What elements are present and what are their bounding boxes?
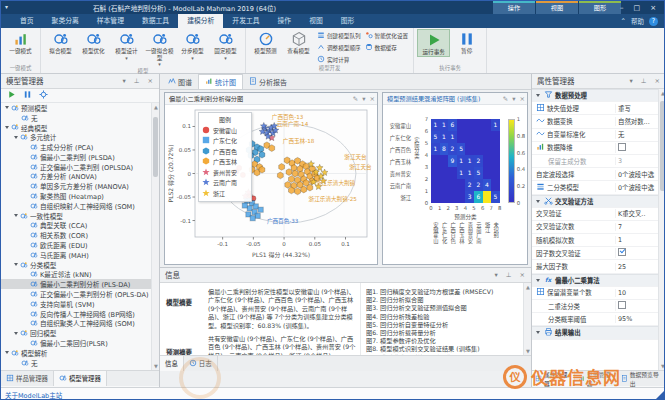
figure-link[interactable]: 图8. 模型模式识别交叉验证结果 (训练集) (366, 345, 516, 353)
scroll-down-icon[interactable]: ▼ (660, 363, 665, 369)
info-tab-日志[interactable]: 日志 (184, 356, 218, 371)
score-plot-chart[interactable]: -0.1-0.0500.050.1-0.1-0.0500.050.1PLS1 得… (165, 105, 377, 264)
figure-link[interactable]: 图4. 回归分析残差检验 (366, 313, 516, 321)
property-row-随机模拟次数[interactable]: 随机模拟次数1 (532, 234, 659, 247)
property-value[interactable]: 0个波段中选 (615, 183, 659, 192)
property-value[interactable]: 25 (615, 263, 659, 271)
section-expander-icon[interactable] (536, 331, 540, 334)
resize-grip[interactable] (655, 391, 664, 400)
ribbon-tab-8[interactable]: 图形 (332, 14, 364, 28)
property-row-数据变换[interactable]: 数据变换自然对数... (532, 115, 659, 128)
tree-item-分类模型[interactable]: 分类模型 (1, 260, 152, 270)
contextual-group-0[interactable]: 操作 (493, 1, 535, 14)
checkbox-unchecked[interactable] (618, 143, 626, 151)
tree-item-单因多元方差分析 (MANOVA)[interactable]: 单因多元方差分析 (MANOVA) (1, 181, 152, 191)
section-expander-icon[interactable] (536, 279, 540, 282)
legend-item-广西百色[interactable]: 广西百色 (202, 146, 248, 157)
ribbon-small-button-数据缓存[interactable]: 数据缓存 (365, 43, 409, 52)
tree-item-相关系数 (COR)[interactable]: 相关系数 (COR) (1, 230, 152, 240)
scroll-thumb[interactable] (660, 101, 665, 191)
legend-item-广西玉林[interactable]: 广西玉林 (202, 157, 248, 168)
help-icon[interactable]: ? (649, 17, 658, 26)
property-row-交叉验证次数[interactable]: 交叉验证次数7 (532, 221, 659, 234)
left-tab-样品管理器[interactable]: 样品管理器 (1, 371, 54, 386)
tree-item-主成分分析 (PCA)[interactable]: 主成分分析 (PCA) (1, 142, 152, 152)
tree-item-典型关联 (CCA)[interactable]: 典型关联 (CCA) (1, 221, 152, 231)
ribbon-button-分步模型[interactable]: 分步模型▾ (176, 29, 209, 61)
close-button[interactable]: × (650, 4, 656, 12)
about-link[interactable]: 关于ModelLab主站 (5, 390, 62, 400)
legend-item-浙江[interactable]: 浙江 (202, 188, 248, 199)
tree-item-偏最小二乘判别 (PLSDA)[interactable]: 偏最小二乘判别 (PLSDA) (1, 152, 152, 162)
close-icon[interactable]: × (370, 95, 375, 103)
legend-item-贵州普安[interactable]: 贵州普安 (202, 167, 248, 178)
panel-header-icons[interactable]: ▾ ⊥ × (122, 74, 156, 89)
ribbon-tab-2[interactable]: 样本管理 (88, 14, 133, 28)
ribbon-tab-0[interactable]: 首页 (11, 14, 43, 28)
expander-icon[interactable] (5, 126, 9, 129)
quick-access-caret-icon[interactable]: ▾ (5, 3, 8, 10)
property-value[interactable]: 3 (615, 157, 659, 165)
property-value[interactable]: 1 (615, 236, 659, 244)
property-row-保留潜变量个数[interactable]: 保留潜变量个数10 (532, 287, 659, 300)
tree-item-反向传播人工神经网络 (BP网络)[interactable]: 反向传播人工神经网络 (BP网络) (1, 309, 152, 319)
info-scrollbar[interactable]: ▲ ▼ (523, 283, 531, 355)
ribbon-tab-1[interactable]: 聚类分离 (43, 14, 88, 28)
property-row-交叉验证[interactable]: 交叉验证K重交叉.. (532, 208, 659, 221)
ribbon-button-一键模式[interactable]: 一键模式 (4, 29, 37, 55)
tree-item-K最近邻法 (kNN)[interactable]: K最近邻法 (kNN) (1, 270, 152, 280)
chevron-down-icon[interactable]: ▾ (512, 95, 515, 103)
scroll-up-icon[interactable]: ▲ (153, 104, 159, 110)
legend-item-安徽霍山[interactable]: 安徽霍山 (202, 125, 248, 136)
scroll-thumb[interactable] (153, 117, 158, 177)
ribbon-button-模型设计[interactable]: 模型设计▾ (110, 29, 143, 61)
property-value[interactable]: 95% (615, 315, 659, 323)
right-tab-数据预览导出[interactable]: 数据预览导出 (618, 371, 665, 386)
tree-item-无[interactable]: 无 (1, 358, 152, 368)
figure-link[interactable]: 图7. 模型参数评价及优化 (366, 337, 516, 345)
property-value[interactable]: 自然对数... (615, 117, 659, 126)
property-value[interactable]: 10 (615, 289, 659, 297)
ribbon-button-查看模型[interactable]: 查看模型 (282, 29, 315, 55)
property-value[interactable]: 7 (615, 223, 659, 231)
minimize-button[interactable]: – (620, 4, 624, 12)
figure-link[interactable]: 图2. 回归分析拟合图 (366, 296, 516, 304)
property-row-因子数交叉验证[interactable]: 因子数交叉验证 (532, 247, 659, 260)
tree-item-经典模型[interactable]: 经典模型 (1, 123, 152, 133)
figure-link[interactable]: 图6. 回归分析载荷量分析 (366, 329, 516, 337)
expander-icon[interactable] (14, 136, 18, 139)
section-expander-icon[interactable] (536, 200, 540, 203)
expander-icon[interactable] (14, 263, 18, 266)
tree-item-支持向量机 (SVM)[interactable]: 支持向量机 (SVM) (1, 299, 152, 309)
right-tab-显示管理器[interactable]: 显示管理器 (575, 371, 618, 386)
property-value[interactable] (615, 301, 659, 311)
expander-icon[interactable] (14, 214, 18, 217)
collapse-ribbon-icon[interactable]: ⌃ (621, 17, 626, 25)
figure-list[interactable]: 图1. 回归精度交叉验证均方根误差 (RMSECV)图2. 回归分析拟合图图3.… (366, 288, 516, 355)
checkbox-checked[interactable] (618, 248, 626, 256)
info-tab-信息[interactable]: 信息 (160, 356, 184, 371)
close-icon[interactable]: × (520, 95, 525, 103)
property-row-二重法分类[interactable]: 二重法分类 (532, 300, 659, 313)
ribbon-button-拟合模型[interactable]: 拟合模型 (44, 29, 77, 55)
property-row-缺失值处理[interactable]: 缺失值处理重写 (532, 102, 659, 115)
ribbon-tab-4[interactable]: 建模分析 (178, 14, 223, 28)
ribbon-tab-6[interactable]: 操作 (269, 14, 301, 28)
scroll-down-icon[interactable]: ▼ (153, 363, 159, 369)
legend-item-广东仁化[interactable]: 广东仁化 (202, 136, 248, 147)
ribbon-button-模型优化[interactable]: 模型优化 (77, 29, 110, 55)
ribbon-button-暂停[interactable]: 暂停 (450, 29, 483, 55)
ribbon-button-一键拟合模型[interactable]: 一键拟合模型▾ (143, 29, 176, 67)
tree-item-无[interactable]: 无 (1, 113, 152, 123)
confusion-matrix-chart[interactable]: 安徽霍山广东仁化广西百色广西玉林贵州普安云南广南浙江实际分类7654321011… (383, 105, 527, 264)
pause-icon[interactable] (23, 90, 32, 101)
chevron-down-icon[interactable]: ▾ (362, 95, 365, 103)
wrench-icon[interactable]: ✎ (503, 95, 508, 103)
wrench-icon[interactable]: ✎ (353, 95, 358, 103)
property-value[interactable]: K重交叉.. (615, 209, 659, 218)
ribbon-button-固定模型[interactable]: 固定模型▾ (209, 29, 242, 61)
tree-item-自组织映射人工神经网络 (SOM)[interactable]: 自组织映射人工神经网络 (SOM) (1, 201, 152, 211)
figure-link[interactable]: 图1. 回归精度交叉验证均方根误差 (RMSECV) (366, 288, 516, 296)
expander-icon[interactable] (5, 106, 9, 109)
property-value[interactable]: 无 (615, 130, 659, 139)
